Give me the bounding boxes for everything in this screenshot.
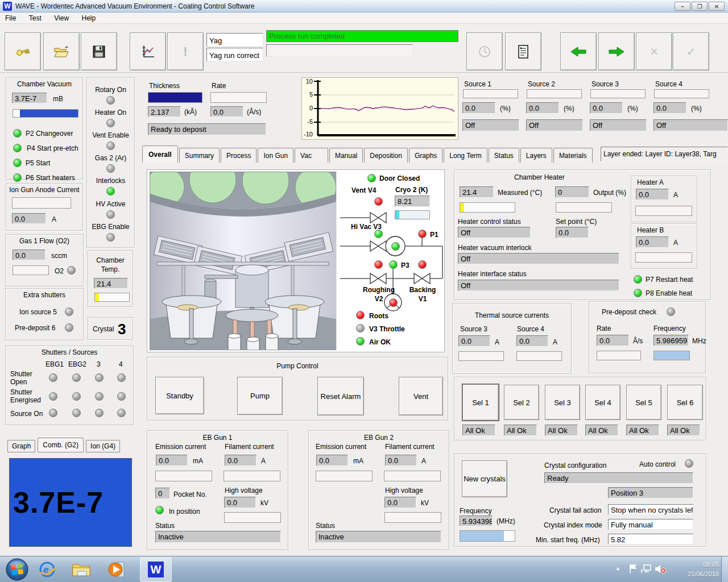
tray-network-icon[interactable] (640, 564, 652, 576)
eb-gun1-hv-bar (224, 512, 281, 523)
gas1-flow-title: Gas 1 Flow (O2) (6, 237, 83, 245)
open-file-button[interactable] (43, 32, 80, 70)
sel1-button[interactable]: Sel 1 (462, 384, 499, 421)
source4-value: 0.0 (653, 102, 686, 114)
sel5-button[interactable]: Sel 5 (626, 385, 661, 420)
menu-help[interactable]: Help (77, 13, 101, 24)
tab-manual[interactable]: Manual (329, 148, 363, 163)
valve-roughing-v2-icon (370, 273, 386, 284)
crystal-fail-action-value[interactable]: Stop when no crystals left (608, 504, 693, 515)
shutter-energised-4-led (117, 392, 126, 401)
tab-materials[interactable]: Materials (553, 148, 593, 163)
alarm-button[interactable]: ! (167, 32, 204, 70)
crystal-position: Position 3 (608, 487, 693, 498)
source4-bar (654, 89, 709, 98)
p5-start-led (13, 159, 22, 167)
show-desktop-button[interactable] (721, 556, 728, 582)
col-ebg2: EBG2 (68, 360, 86, 369)
tray-expand-icon[interactable]: ▲ (615, 566, 621, 572)
internet-explorer-icon: e (38, 560, 57, 579)
key-button[interactable] (5, 32, 41, 70)
tab-layers[interactable]: Layers (520, 148, 552, 163)
vent-button[interactable]: Vent (399, 377, 443, 415)
vent-v4-led (374, 197, 383, 206)
recipe-status-input[interactable] (206, 48, 263, 61)
new-crystals-button[interactable]: New crystals (462, 460, 507, 497)
p8-enable-heat-led (634, 289, 642, 297)
pump-button[interactable]: Pump (237, 377, 283, 415)
sel4-button[interactable]: Sel 4 (585, 385, 621, 420)
ytick-5: 5 (303, 91, 313, 99)
minimize-button[interactable]: – (675, 2, 690, 11)
chamber-vacuum-bar (13, 109, 78, 118)
gas2-ar-led (106, 164, 115, 173)
tab-ion-g4[interactable]: Ion (G4) (86, 440, 120, 452)
menu-test[interactable]: Test (24, 13, 47, 24)
wave-taskbar-button[interactable]: W (140, 557, 172, 582)
tab-summary[interactable]: Summary (179, 148, 220, 163)
restore-button[interactable]: ❐ (692, 2, 708, 11)
save-button[interactable] (81, 32, 117, 70)
tab-vac[interactable]: Vac (295, 148, 328, 163)
air-ok-led (356, 337, 365, 346)
source1-value: 0.0 (462, 102, 495, 114)
source1-unit: (%) (500, 105, 511, 113)
heater-measured-bar (460, 202, 515, 213)
sel6-button[interactable]: Sel 6 (667, 385, 703, 420)
eb-gun2-status-label: Status (316, 522, 335, 530)
tray-clock[interactable]: 08:05 21/06/2018 (671, 560, 719, 579)
heater-on-led (106, 119, 115, 127)
cancel-button[interactable]: ✕ (636, 32, 672, 70)
media-player-button[interactable] (107, 560, 126, 579)
thermal-source3-bar (458, 351, 504, 361)
tab-process[interactable]: Process (221, 148, 257, 163)
rate-chart: 10 5 0 -5 -10 (301, 77, 458, 140)
reset-alarm-button[interactable]: Reset Alarm (317, 377, 364, 415)
previous-layer-button[interactable] (560, 32, 597, 70)
pre-deposit-frequency-value: 5.986959 (653, 335, 689, 346)
next-layer-button[interactable] (598, 32, 635, 70)
confirm-button[interactable]: ✓ (673, 32, 709, 70)
crystal-index-mode-value[interactable]: Fully manual (608, 519, 693, 530)
backing-v1-sub: V1 (406, 295, 440, 304)
tab-long-term[interactable]: Long Term (444, 148, 487, 163)
extra-shutters-title: Extra shutters (6, 291, 83, 299)
sel1-status: All Ok (462, 425, 495, 436)
min-start-freq-value[interactable]: 5.82 (608, 534, 693, 544)
tab-graphs[interactable]: Graphs (409, 148, 442, 163)
pre-deposit-rate-label: Rate (597, 325, 611, 333)
tab-ion-gun[interactable]: Ion Gun (258, 148, 293, 163)
tab-overall[interactable]: Overall (142, 146, 178, 163)
eb-gun2-hv-value: 0.0 (384, 497, 416, 508)
sel3-button[interactable]: Sel 3 (545, 385, 580, 420)
sel2-button[interactable]: Sel 2 (504, 385, 539, 420)
report-button[interactable] (505, 32, 541, 70)
start-button[interactable] (5, 557, 30, 582)
chamber-temp-bar (94, 293, 130, 302)
thermal-source3-unit: A (495, 338, 499, 347)
source4-unit: (%) (691, 105, 702, 113)
tab-status[interactable]: Status (489, 148, 519, 163)
standby-button[interactable]: Standby (155, 377, 204, 414)
menu-file[interactable]: File (0, 13, 21, 24)
crystal-frequency-label: Frequency (460, 507, 492, 516)
report-icon (517, 44, 530, 59)
internet-explorer-button[interactable]: e (38, 560, 57, 579)
tray-volume-muted-icon[interactable] (654, 563, 667, 577)
show-graph-button[interactable] (130, 32, 166, 70)
rate-bar (210, 92, 267, 103)
shutters-sources-panel: Shutters / Sources EBG1 EBG2 3 4 Shutter… (5, 346, 134, 425)
tab-graph[interactable]: Graph (7, 440, 35, 452)
tray-flag-icon[interactable] (628, 563, 638, 577)
ion-gun-anode-bar (12, 197, 71, 209)
file-explorer-button[interactable] (72, 561, 92, 578)
menu-view[interactable]: View (49, 13, 74, 24)
col-3: 3 (97, 360, 101, 369)
tab-deposition[interactable]: Deposition (364, 148, 408, 163)
recipe-name-input[interactable] (206, 33, 263, 47)
taskbar: e W ▲ 08:05 (0, 556, 728, 582)
interlocks-label: Interlocks (87, 177, 134, 185)
close-button[interactable]: ✕ (709, 2, 725, 11)
clock-button[interactable] (466, 32, 503, 70)
tab-comb-g2[interactable]: Comb. (G2) (38, 438, 84, 452)
